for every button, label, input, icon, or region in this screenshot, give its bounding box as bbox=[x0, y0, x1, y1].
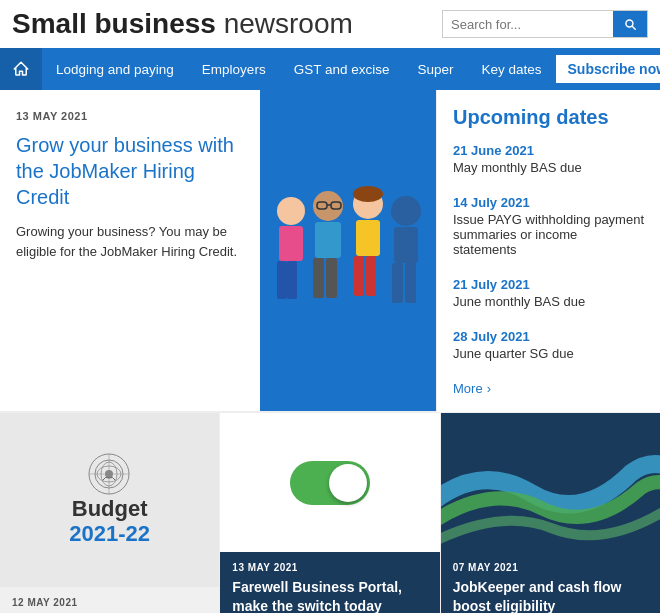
more-link[interactable]: More › bbox=[453, 381, 644, 396]
home-icon bbox=[12, 60, 30, 78]
svg-point-17 bbox=[391, 196, 421, 226]
svg-rect-13 bbox=[356, 220, 380, 256]
jobkeeper-cell-date: 07 MAY 2021 bbox=[453, 562, 648, 573]
date-desc-4: June quarter SG due bbox=[453, 346, 644, 371]
chevron-right-icon: › bbox=[487, 381, 491, 396]
jobkeeper-grid-text: 07 MAY 2021 JobKeeper and cash flow boos… bbox=[441, 552, 660, 613]
grid-cell-budget: Budget 2021-22 12 MAY 2021 Budget 2021–2… bbox=[0, 413, 220, 613]
toggle-cell-title[interactable]: Farewell Business Portal, make the switc… bbox=[232, 578, 427, 613]
budget-image-area: Budget 2021-22 bbox=[0, 413, 219, 587]
svg-rect-20 bbox=[405, 263, 416, 303]
date-desc-3: June monthly BAS due bbox=[453, 294, 644, 319]
nav-item-employers[interactable]: Employers bbox=[188, 48, 280, 90]
upcoming-dates-sidebar: Upcoming dates 21 June 2021 May monthly … bbox=[436, 90, 660, 412]
sidebar-title: Upcoming dates bbox=[453, 106, 644, 129]
wave-image-area bbox=[441, 413, 660, 552]
date-desc-2: Issue PAYG withholding payment summaries… bbox=[453, 212, 644, 267]
date-desc-1: May monthly BAS due bbox=[453, 160, 644, 185]
search-icon bbox=[623, 17, 637, 31]
nav-item-gst[interactable]: GST and excise bbox=[280, 48, 404, 90]
budget-grid-text: 12 MAY 2021 Budget 2021–22 Access the Bu… bbox=[0, 587, 219, 613]
toggle-cell-date: 13 MAY 2021 bbox=[232, 562, 427, 573]
bottom-grid: Budget 2021-22 12 MAY 2021 Budget 2021–2… bbox=[0, 412, 660, 613]
upcoming-date-1: 21 June 2021 May monthly BAS due bbox=[453, 143, 644, 185]
nav-home-button[interactable] bbox=[0, 48, 42, 90]
people-illustration bbox=[263, 156, 433, 346]
subscribe-button[interactable]: Subscribe now! › bbox=[556, 55, 660, 83]
svg-rect-15 bbox=[366, 256, 376, 296]
site-title: Small business newsroom bbox=[12, 8, 353, 40]
upcoming-date-4: 28 July 2021 June quarter SG due bbox=[453, 329, 644, 371]
date-label-1[interactable]: 21 June 2021 bbox=[453, 143, 644, 158]
search-button[interactable] bbox=[613, 11, 647, 37]
svg-point-16 bbox=[353, 186, 383, 202]
featured-article-image bbox=[260, 90, 436, 411]
nav-item-keydates[interactable]: Key dates bbox=[467, 48, 555, 90]
grid-cell-jobkeeper: 07 MAY 2021 JobKeeper and cash flow boos… bbox=[441, 413, 660, 613]
nav-item-lodging[interactable]: Lodging and paying bbox=[42, 48, 188, 90]
budget-cell-date: 12 MAY 2021 bbox=[12, 597, 207, 608]
toggle-image-area bbox=[220, 413, 439, 552]
svg-rect-6 bbox=[315, 222, 341, 258]
upcoming-date-2: 14 July 2021 Issue PAYG withholding paym… bbox=[453, 195, 644, 267]
svg-point-1 bbox=[277, 197, 305, 225]
budget-title-text: Budget bbox=[72, 497, 148, 521]
date-label-3[interactable]: 21 July 2021 bbox=[453, 277, 644, 292]
featured-article-date: 13 MAY 2021 bbox=[16, 110, 244, 122]
site-header: Small business newsroom bbox=[0, 0, 660, 48]
budget-year-text: 2021-22 bbox=[69, 521, 150, 547]
main-content: 13 MAY 2021 Grow your business with the … bbox=[0, 90, 660, 412]
featured-article-text: 13 MAY 2021 Grow your business with the … bbox=[0, 90, 260, 411]
toggle-grid-text: 13 MAY 2021 Farewell Business Portal, ma… bbox=[220, 552, 439, 613]
svg-rect-19 bbox=[392, 263, 403, 303]
search-box bbox=[442, 10, 648, 38]
svg-rect-3 bbox=[277, 261, 287, 299]
toggle-switch-illustration bbox=[290, 461, 370, 505]
date-label-4[interactable]: 28 July 2021 bbox=[453, 329, 644, 344]
svg-rect-18 bbox=[394, 227, 418, 263]
svg-rect-2 bbox=[279, 226, 303, 261]
svg-rect-14 bbox=[354, 256, 364, 296]
search-input[interactable] bbox=[443, 12, 613, 37]
svg-rect-7 bbox=[313, 258, 324, 298]
upcoming-date-3: 21 July 2021 June monthly BAS due bbox=[453, 277, 644, 319]
wave-illustration bbox=[441, 413, 660, 552]
grid-cell-toggle: 13 MAY 2021 Farewell Business Portal, ma… bbox=[220, 413, 440, 613]
featured-article-title[interactable]: Grow your business with the JobMaker Hir… bbox=[16, 132, 244, 210]
nav-item-super[interactable]: Super bbox=[403, 48, 467, 90]
jobkeeper-cell-title[interactable]: JobKeeper and cash flow boost eligibilit… bbox=[453, 578, 648, 613]
main-nav: Lodging and paying Employers GST and exc… bbox=[0, 48, 660, 90]
svg-rect-4 bbox=[287, 261, 297, 299]
featured-article: 13 MAY 2021 Grow your business with the … bbox=[0, 90, 436, 412]
svg-rect-8 bbox=[326, 258, 337, 298]
australian-crest-icon bbox=[87, 452, 132, 497]
date-label-2[interactable]: 14 July 2021 bbox=[453, 195, 644, 210]
featured-article-description: Growing your business? You may be eligib… bbox=[16, 222, 244, 261]
toggle-knob bbox=[329, 464, 367, 502]
svg-point-27 bbox=[105, 470, 113, 478]
